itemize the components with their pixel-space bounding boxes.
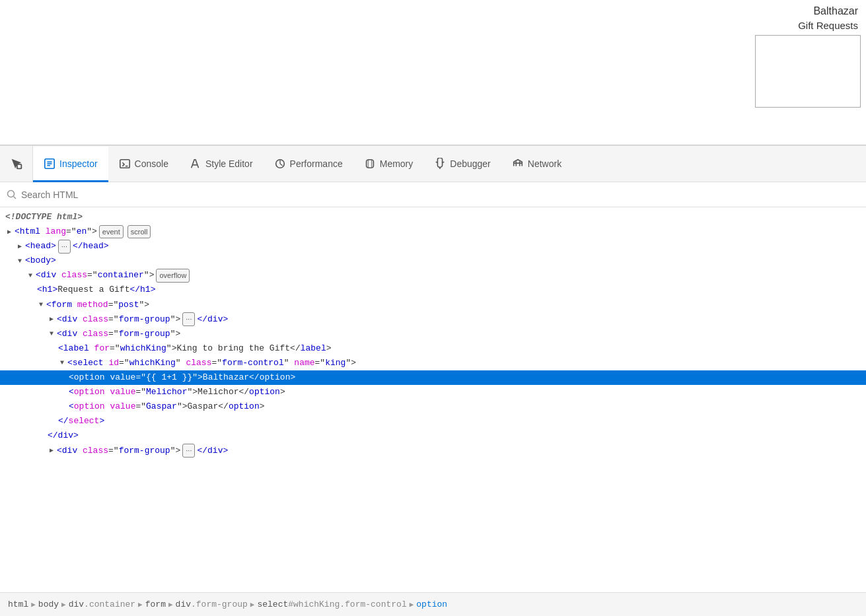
- svg-rect-0: [17, 164, 20, 168]
- html-tree: <!DOCTYPE html> ▶ <html lang="en"> event…: [0, 207, 866, 592]
- search-icon: [7, 189, 17, 200]
- tab-performance-label: Performance: [290, 158, 343, 169]
- svg-rect-5: [120, 159, 129, 168]
- event-badge[interactable]: event: [99, 225, 124, 239]
- overflow-badge[interactable]: overflow: [156, 269, 190, 283]
- tab-memory-label: Memory: [380, 158, 414, 169]
- breadcrumb-bar: html ▶ body ▶ div.container ▶ form ▶ div…: [0, 592, 866, 616]
- tab-debugger[interactable]: Debugger: [423, 147, 501, 182]
- search-bar: [0, 182, 866, 207]
- page-gift-label: Gift Requests: [755, 20, 858, 31]
- tab-debugger-label: Debugger: [450, 158, 491, 169]
- scroll-badge[interactable]: scroll: [127, 225, 151, 239]
- tree-div-form-group-3[interactable]: ▶ <div class="form-group">···</div>: [0, 444, 866, 458]
- devtools-toolbar: Inspector Console Style Editor: [0, 145, 866, 182]
- tab-inspector[interactable]: Inspector: [33, 147, 108, 182]
- tree-close-div: </div>: [0, 428, 866, 443]
- breadcrumb-div-form-group[interactable]: div.form-group: [176, 599, 248, 609]
- tab-inspector-label: Inspector: [59, 158, 98, 169]
- tab-style-editor[interactable]: Style Editor: [179, 147, 264, 182]
- page-gift-box: [755, 35, 861, 108]
- breadcrumb-option[interactable]: option: [416, 599, 447, 609]
- tree-doctype: <!DOCTYPE html>: [0, 210, 866, 224]
- tree-select[interactable]: ▼ <select id="whichKing" class="form-con…: [0, 356, 866, 370]
- tree-form[interactable]: ▼ <form method="post">: [0, 298, 866, 312]
- breadcrumb-select[interactable]: select#whichKing.form-control: [257, 599, 406, 609]
- tree-label[interactable]: <label for="whichKing">King to bring the…: [0, 341, 866, 356]
- tab-network-label: Network: [528, 158, 561, 169]
- breadcrumb-form[interactable]: form: [145, 599, 166, 609]
- tree-option-balthazar[interactable]: <option value="{{ 1+1 }}">Balthazar</opt…: [0, 370, 866, 385]
- tab-memory[interactable]: Memory: [353, 147, 424, 182]
- tree-div-form-group-1[interactable]: ▶ <div class="form-group">···</div>: [0, 312, 866, 327]
- toolbar-tabs: Inspector Console Style Editor: [33, 146, 866, 182]
- page-username: Balthazar: [755, 5, 858, 17]
- tree-html[interactable]: ▶ <html lang="en"> event scroll: [0, 224, 866, 239]
- tab-console[interactable]: Console: [108, 147, 179, 182]
- page-content-area: Balthazar Gift Requests: [0, 0, 866, 145]
- svg-line-18: [14, 196, 17, 199]
- breadcrumb-div-container[interactable]: div.container: [69, 599, 135, 609]
- breadcrumb-html[interactable]: html: [8, 599, 28, 609]
- svg-line-12: [436, 162, 438, 162]
- tab-performance[interactable]: Performance: [264, 147, 353, 182]
- tab-console-label: Console: [135, 158, 168, 169]
- tree-div-form-group-2[interactable]: ▼ <div class="form-group">: [0, 327, 866, 341]
- pick-element-button[interactable]: [0, 146, 33, 182]
- tab-style-editor-label: Style Editor: [205, 158, 253, 169]
- svg-line-13: [443, 162, 445, 162]
- tree-body[interactable]: ▼ <body>: [0, 254, 866, 268]
- tree-option-gaspar[interactable]: <option value="Gaspar">Gaspar</option>: [0, 399, 866, 414]
- tree-h1[interactable]: <h1>Request a Gift</h1>: [0, 283, 866, 297]
- tree-div-container[interactable]: ▼ <div class="container"> overflow: [0, 268, 866, 283]
- tab-network[interactable]: Network: [501, 147, 572, 182]
- tree-option-melichor[interactable]: <option value="Melichor">Melichor</optio…: [0, 385, 866, 399]
- tree-close-select: </select>: [0, 414, 866, 428]
- svg-point-17: [8, 190, 15, 197]
- breadcrumb-body[interactable]: body: [38, 599, 59, 609]
- search-input[interactable]: [21, 189, 859, 200]
- tree-head[interactable]: ▶ <head>···</head>: [0, 239, 866, 254]
